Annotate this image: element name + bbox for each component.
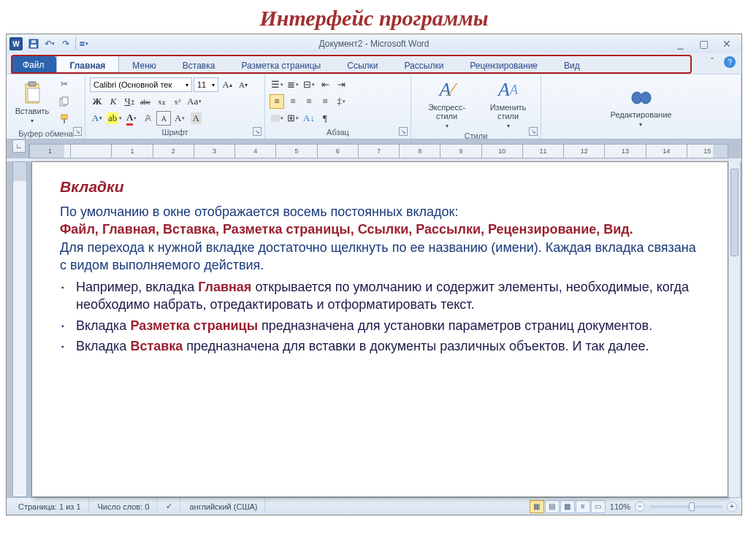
change-styles-button[interactable]: AA Изменить стили▾ bbox=[483, 77, 534, 130]
sort-button[interactable]: A↓ bbox=[302, 111, 316, 126]
copy-icon[interactable] bbox=[56, 94, 72, 109]
tab-page-layout[interactable]: Разметка страницы bbox=[228, 56, 334, 74]
highlight-button[interactable]: ab▾ bbox=[106, 111, 123, 126]
maximize-icon[interactable]: ▢ bbox=[696, 37, 711, 50]
tab-selector[interactable]: ∟ bbox=[12, 139, 26, 153]
strikethrough-button[interactable]: abc bbox=[138, 94, 153, 109]
svg-rect-4 bbox=[28, 82, 36, 86]
editing-button[interactable]: Редактирование▾ bbox=[608, 84, 674, 129]
decrease-indent-button[interactable]: ⇤ bbox=[318, 77, 332, 92]
underline-button[interactable]: Ч▾ bbox=[122, 94, 137, 109]
reading-view-button[interactable]: ▤ bbox=[545, 500, 560, 513]
show-marks-button[interactable]: ¶ bbox=[318, 111, 332, 126]
change-case-button[interactable]: Aa▾ bbox=[186, 94, 202, 109]
undo-icon[interactable]: ↶▾ bbox=[43, 37, 56, 50]
svg-rect-7 bbox=[62, 97, 68, 104]
quick-styles-icon: A⁄ bbox=[435, 78, 459, 101]
vertical-ruler[interactable] bbox=[12, 161, 27, 497]
grow-a-button[interactable]: A▾ bbox=[172, 111, 187, 126]
change-styles-icon: AA bbox=[497, 78, 520, 101]
window-controls: ⎯ ▢ ✕ bbox=[673, 37, 739, 50]
font-name-select[interactable]: Calibri (Основной тек▾ bbox=[90, 77, 192, 92]
align-left-button[interactable]: ≡ bbox=[270, 94, 284, 109]
minimize-icon[interactable]: ⎯ bbox=[673, 37, 687, 50]
grow-font-button[interactable]: A▴ bbox=[220, 77, 234, 92]
align-right-button[interactable]: ≡ bbox=[302, 94, 316, 109]
web-view-button[interactable]: ▩ bbox=[560, 500, 575, 513]
line-spacing-button[interactable]: ‡▾ bbox=[334, 94, 348, 109]
zoom-level[interactable]: 110% bbox=[610, 502, 630, 511]
qat-more-icon[interactable]: 〓▾ bbox=[75, 37, 88, 50]
ribbon-group-font: Calibri (Основной тек▾ 11▾ A▴ A▾ Ж К Ч▾ … bbox=[85, 74, 265, 139]
minimize-ribbon-icon[interactable]: ˆ bbox=[706, 56, 718, 68]
scrollbar-thumb[interactable] bbox=[730, 169, 739, 256]
tab-home[interactable]: Главная bbox=[56, 55, 120, 74]
outline-view-button[interactable]: ≡ bbox=[576, 500, 590, 513]
paragraph-dialog-launcher[interactable]: ↘ bbox=[399, 127, 408, 136]
status-language[interactable]: английский (США) bbox=[182, 498, 265, 515]
zoom-in-button[interactable]: + bbox=[727, 502, 737, 512]
font-dialog-launcher[interactable]: ↘ bbox=[253, 127, 262, 136]
print-layout-view-button[interactable]: ▦ bbox=[530, 500, 544, 513]
zoom-slider-thumb[interactable] bbox=[689, 502, 695, 511]
ribbon-group-paragraph: ☰▾ ≣▾ ⊟▾ ⇤ ⇥ ≡ ≡ ≡ ≡ ‡▾ ▾ bbox=[265, 74, 411, 139]
tab-insert[interactable]: Вставка bbox=[169, 56, 229, 74]
numbering-button[interactable]: ≣▾ bbox=[286, 77, 300, 92]
bullets-button[interactable]: ☰▾ bbox=[270, 77, 284, 92]
save-icon[interactable] bbox=[27, 37, 40, 50]
status-page[interactable]: Страница: 1 из 1 bbox=[11, 498, 89, 515]
styles-dialog-launcher[interactable]: ↘ bbox=[529, 127, 538, 136]
align-center-button[interactable]: ≡ bbox=[286, 94, 300, 109]
format-painter-icon[interactable] bbox=[56, 112, 72, 126]
paste-button[interactable]: Вставить▾ bbox=[11, 80, 53, 125]
clipboard-icon bbox=[20, 82, 44, 105]
font-color-button[interactable]: A▾ bbox=[124, 111, 139, 126]
horizontal-ruler[interactable]: 1 12 34 56 78 910 1112 1314 15 bbox=[28, 144, 728, 158]
vertical-scrollbar[interactable] bbox=[728, 161, 740, 497]
zoom-out-button[interactable]: − bbox=[635, 502, 645, 512]
subscript-button[interactable]: x₂ bbox=[154, 94, 169, 109]
bold-button[interactable]: Ж bbox=[90, 94, 104, 109]
tab-review[interactable]: Рецензирование bbox=[457, 56, 551, 74]
multilevel-button[interactable]: ⊟▾ bbox=[302, 77, 316, 92]
tab-view[interactable]: Вид bbox=[551, 56, 593, 74]
status-spellcheck[interactable]: ✓ bbox=[159, 498, 180, 515]
tab-references[interactable]: Ссылки bbox=[334, 56, 391, 74]
character-border-button[interactable]: A bbox=[156, 111, 171, 126]
text-effects-button[interactable]: A▾ bbox=[90, 111, 104, 126]
zoom-slider[interactable] bbox=[649, 505, 722, 508]
borders-button[interactable]: ⊞▾ bbox=[286, 111, 300, 126]
doc-heading: Вкладки bbox=[60, 178, 700, 196]
spellcheck-icon: ✓ bbox=[166, 502, 172, 511]
doc-paragraph: По умолчанию в окне отображается восемь … bbox=[60, 203, 700, 274]
cut-icon[interactable]: ✂ bbox=[56, 77, 72, 91]
character-shading-button[interactable]: A bbox=[188, 111, 203, 126]
superscript-button[interactable]: x² bbox=[170, 94, 185, 109]
ruler-area: ∟ 1 12 34 56 78 910 1112 1314 15 bbox=[7, 139, 741, 158]
clipboard-dialog-launcher[interactable]: ↘ bbox=[73, 127, 82, 136]
quick-styles-button[interactable]: A⁄ Экспресс-стили▾ bbox=[419, 77, 476, 130]
document-page[interactable]: Вкладки По умолчанию в окне отображается… bbox=[31, 161, 728, 497]
shrink-font-button[interactable]: A▾ bbox=[236, 77, 251, 92]
redo-icon[interactable]: ↷ bbox=[59, 37, 72, 50]
group-label-font: Шрифт bbox=[90, 126, 260, 139]
svg-rect-2 bbox=[31, 40, 36, 43]
font-size-select[interactable]: 11▾ bbox=[194, 77, 218, 92]
tab-file[interactable]: Файл bbox=[11, 56, 56, 74]
tab-mailings[interactable]: Рассылки bbox=[392, 56, 457, 74]
close-icon[interactable]: ✕ bbox=[720, 37, 734, 50]
help-icon[interactable]: ? bbox=[724, 56, 736, 68]
align-justify-button[interactable]: ≡ bbox=[318, 94, 332, 109]
draft-view-button[interactable]: ▭ bbox=[591, 500, 606, 513]
ribbon: Вставить▾ ✂ Буфер обмена ↘ Calibri (Осно… bbox=[7, 74, 741, 139]
increase-indent-button[interactable]: ⇥ bbox=[334, 77, 348, 92]
shading-button[interactable]: ▾ bbox=[270, 111, 284, 126]
status-word-count[interactable]: Число слов: 0 bbox=[91, 498, 158, 515]
clear-formatting-button[interactable]: A̷ bbox=[140, 111, 155, 126]
titlebar: W ↶▾ ↷ 〓▾ Документ2 - Microsoft Word ⎯ ▢… bbox=[7, 34, 741, 53]
ribbon-tabs: Файл Главная Меню Вставка Разметка стран… bbox=[7, 53, 741, 74]
tab-menu[interactable]: Меню bbox=[119, 56, 169, 74]
italic-button[interactable]: К bbox=[106, 94, 121, 109]
group-label-editing bbox=[546, 135, 736, 139]
word-app-icon[interactable]: W bbox=[9, 37, 23, 50]
